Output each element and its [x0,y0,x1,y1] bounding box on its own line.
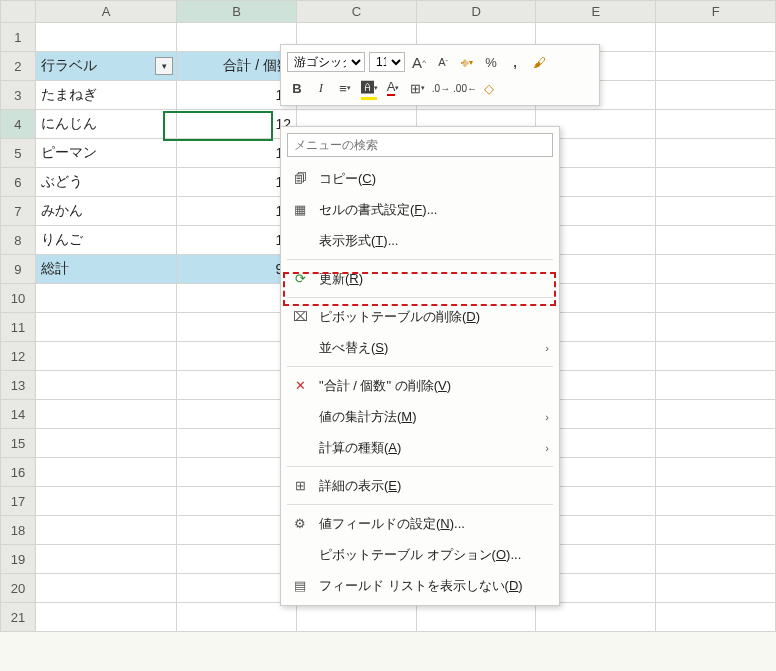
row-header[interactable]: 15 [1,429,36,458]
row-header[interactable]: 11 [1,313,36,342]
menu-label: "合計 / 個数" の削除(V) [319,377,549,395]
mini-toolbar: 游ゴシック 11 A^ Aˇ ⎆▾ % , 🖌 B I ≡▾ 🅰▾ A▾ ⊞▾ … [280,44,600,106]
format-cells-icon: ▦ [289,201,311,219]
row-header[interactable]: 21 [1,603,36,632]
row-header[interactable]: 9 [1,255,36,284]
settings-icon: ⚙ [289,515,311,533]
menu-separator [287,504,553,505]
menu-label: 詳細の表示(E) [319,477,549,495]
filter-dropdown-icon[interactable]: ▾ [155,57,173,75]
comma-style-icon[interactable]: , [505,52,525,72]
col-header-c[interactable]: C [297,1,417,23]
row-header[interactable]: 3 [1,81,36,110]
pivot-row-label-header[interactable]: 行ラベル ▾ [35,52,177,81]
increase-decimal-icon[interactable]: .0→ [431,78,451,98]
menu-separator [287,466,553,467]
percent-icon[interactable]: % [481,52,501,72]
format-painter-icon[interactable]: 🖌 [529,52,549,72]
cell[interactable]: 15 [177,226,297,255]
row-header[interactable]: 7 [1,197,36,226]
align-icon[interactable]: ≡▾ [335,78,355,98]
row-header[interactable]: 20 [1,574,36,603]
cell-selected[interactable]: 12 [177,110,297,139]
select-all-corner[interactable] [1,1,36,23]
menu-copy[interactable]: 🗐 コピー(C) [281,163,559,194]
row-header[interactable]: 13 [1,371,36,400]
bold-button[interactable]: B [287,78,307,98]
menu-show-details[interactable]: ⊞ 詳細の表示(E) [281,470,559,501]
row-header[interactable]: 2 [1,52,36,81]
pivot-value-header[interactable]: 合計 / 個数 [177,52,297,81]
col-header-e[interactable]: E [536,1,656,23]
chevron-right-icon: › [545,411,549,423]
increase-font-icon[interactable]: A^ [409,52,429,72]
menu-hide-field-list[interactable]: ▤ フィールド リストを表示しない(D) [281,570,559,601]
row-header[interactable]: 8 [1,226,36,255]
pivot-total-label[interactable]: 総計 [35,255,177,284]
fill-color-icon[interactable]: 🅰▾ [359,78,379,98]
menu-number-format[interactable]: 表示形式(T)... [281,225,559,256]
remove-icon: ✕ [289,377,311,395]
accounting-format-icon[interactable]: ⎆▾ [457,52,477,72]
clear-format-icon[interactable]: ◇ [479,78,499,98]
menu-separator [287,259,553,260]
col-header-a[interactable]: A [35,1,177,23]
cell[interactable]: 16 [177,139,297,168]
row-header[interactable]: 17 [1,487,36,516]
refresh-icon: ⟳ [289,270,311,288]
menu-label: コピー(C) [319,170,549,188]
decrease-font-icon[interactable]: Aˇ [433,52,453,72]
font-select[interactable]: 游ゴシック [287,52,365,72]
blank-icon [289,439,311,457]
copy-icon: 🗐 [289,170,311,188]
menu-separator [287,297,553,298]
row-header[interactable]: 10 [1,284,36,313]
row-header[interactable]: 12 [1,342,36,371]
menu-delete-pivot[interactable]: ⌧ ピボットテーブルの削除(D) [281,301,559,332]
row-header[interactable]: 4 [1,110,36,139]
col-header-f[interactable]: F [656,1,776,23]
cell[interactable]: ピーマン [35,139,177,168]
cell[interactable]: にんじん [35,110,177,139]
decrease-decimal-icon[interactable]: .00← [455,78,475,98]
cell[interactable]: 18 [177,168,297,197]
menu-show-values-as[interactable]: 計算の種類(A) › [281,432,559,463]
menu-refresh[interactable]: ⟳ 更新(R) [281,263,559,294]
italic-button[interactable]: I [311,78,331,98]
menu-separator [287,366,553,367]
menu-label: ピボットテーブル オプション(O)... [319,546,549,564]
menu-format-cells[interactable]: ▦ セルの書式設定(F)... [281,194,559,225]
borders-icon[interactable]: ⊞▾ [407,78,427,98]
menu-sort[interactable]: 並べ替え(S) › [281,332,559,363]
font-size-select[interactable]: 11 [369,52,405,72]
row-header[interactable]: 16 [1,458,36,487]
row-header[interactable]: 1 [1,23,36,52]
menu-label: セルの書式設定(F)... [319,201,549,219]
cell[interactable]: りんご [35,226,177,255]
row-header[interactable]: 18 [1,516,36,545]
cell[interactable]: ぶどう [35,168,177,197]
font-color-icon[interactable]: A▾ [383,78,403,98]
menu-summarize-by[interactable]: 値の集計方法(M) › [281,401,559,432]
cell[interactable]: 16 [177,197,297,226]
field-list-icon: ▤ [289,577,311,595]
row-header[interactable]: 14 [1,400,36,429]
row-header[interactable]: 19 [1,545,36,574]
col-header-d[interactable]: D [416,1,536,23]
cell[interactable]: 13 [177,81,297,110]
menu-pivot-options[interactable]: ピボットテーブル オプション(O)... [281,539,559,570]
row-header[interactable]: 5 [1,139,36,168]
pivot-row-label-text: 行ラベル [41,57,97,73]
blank-icon [289,339,311,357]
menu-label: ピボットテーブルの削除(D) [319,308,549,326]
menu-remove-field[interactable]: ✕ "合計 / 個数" の削除(V) [281,370,559,401]
menu-label: 値フィールドの設定(N)... [319,515,549,533]
menu-value-field-settings[interactable]: ⚙ 値フィールドの設定(N)... [281,508,559,539]
cell[interactable]: たまねぎ [35,81,177,110]
row-header[interactable]: 6 [1,168,36,197]
col-header-b[interactable]: B [177,1,297,23]
pivot-total-value[interactable]: 93 [177,255,297,284]
context-menu: 🗐 コピー(C) ▦ セルの書式設定(F)... 表示形式(T)... ⟳ 更新… [280,126,560,606]
cell[interactable]: みかん [35,197,177,226]
menu-search-input[interactable] [287,133,553,157]
